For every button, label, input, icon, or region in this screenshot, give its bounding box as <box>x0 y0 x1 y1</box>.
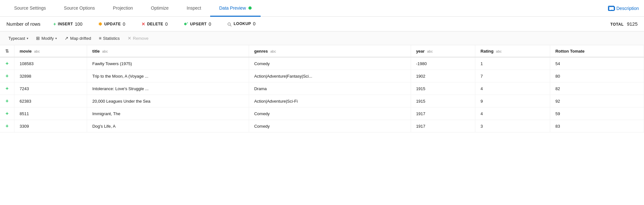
col-title[interactable]: title abc <box>87 45 249 57</box>
col-rating-label: Rating <box>480 49 493 54</box>
col-year-label: year <box>416 49 425 54</box>
cell-genres: Comedy <box>249 57 411 70</box>
row-action-cell[interactable]: + <box>0 120 14 132</box>
insert-stat: + INSERT 100 <box>53 21 83 27</box>
cell-year: 1915 <box>411 95 475 107</box>
col-year[interactable]: year abc <box>411 45 475 57</box>
statistics-icon: ≡ <box>99 36 101 41</box>
cell-title: Fawlty Towers (1975) <box>87 57 249 70</box>
remove-button[interactable]: ✕ Remove <box>124 34 152 42</box>
col-year-type: abc <box>427 49 433 53</box>
cell-rotten: 82 <box>550 82 644 95</box>
lookup-stat: LOOKUP 0 <box>227 21 255 26</box>
col-genres-label: genres <box>254 49 268 54</box>
map-drifted-button[interactable]: ↗ Map drifted <box>61 34 94 42</box>
table-row: + 3309 Dog's Life, A Comedy 1917 3 83 <box>0 120 644 132</box>
svg-point-1 <box>228 23 230 25</box>
col-movie-type: abc <box>34 49 40 53</box>
cell-genres: Comedy <box>249 120 411 132</box>
tab-source-settings[interactable]: Source Settings <box>5 0 55 17</box>
col-movie[interactable]: movie abc <box>14 45 87 57</box>
map-drifted-icon: ↗ <box>65 36 68 41</box>
cell-genres: Action|Adventure|Fantasy|Sci... <box>249 70 411 82</box>
row-action-cell[interactable]: + <box>0 82 14 95</box>
table-header-row: ⇅ movie abc title abc genres abc year ab… <box>0 45 644 57</box>
col-genres[interactable]: genres abc <box>249 45 411 57</box>
rows-label: Number of rows <box>6 21 40 27</box>
cell-rotten: 59 <box>550 107 644 120</box>
cell-year: 1917 <box>411 107 475 120</box>
update-stat: ✱ UPDATE 0 <box>98 21 125 27</box>
cell-rotten: 92 <box>550 95 644 107</box>
lookup-val: 0 <box>253 21 255 26</box>
cell-movie: 8511 <box>14 107 87 120</box>
modify-chevron-icon: ▾ <box>55 37 57 40</box>
row-action-cell[interactable]: + <box>0 95 14 107</box>
update-icon: ✱ <box>98 21 102 27</box>
description-icon <box>608 6 614 11</box>
cell-title: 20,000 Leagues Under the Sea <box>87 95 249 107</box>
stats-row: Number of rows + INSERT 100 ✱ UPDATE 0 ✕… <box>0 17 644 31</box>
cell-rating: 3 <box>475 120 550 132</box>
upsert-val: 0 <box>209 21 211 27</box>
col-title-type: abc <box>102 49 108 53</box>
cell-year: 1902 <box>411 70 475 82</box>
update-val: 0 <box>123 21 125 27</box>
cell-year: -1980 <box>411 57 475 70</box>
col-rating-type: abc <box>496 49 502 53</box>
cell-rating: 1 <box>475 57 550 70</box>
cell-rating: 4 <box>475 82 550 95</box>
update-key: UPDATE <box>104 22 121 26</box>
col-genres-type: abc <box>270 49 276 53</box>
lookup-icon <box>227 21 232 26</box>
cell-genres: Action|Adventure|Sci-Fi <box>249 95 411 107</box>
tab-optimize[interactable]: Optimize <box>142 0 178 17</box>
upsert-icon: ✱+ <box>184 21 188 26</box>
description-button[interactable]: Description <box>608 6 639 11</box>
insert-key: INSERT <box>58 22 73 26</box>
total-val: 9125 <box>627 21 638 27</box>
svg-line-2 <box>230 25 231 26</box>
total-stat: TOTAL 9125 <box>610 21 638 27</box>
row-action-cell[interactable]: + <box>0 107 14 120</box>
col-rating[interactable]: Rating abc <box>475 45 550 57</box>
typecast-button[interactable]: Typecast ▾ <box>5 34 31 42</box>
typecast-chevron-icon: ▾ <box>27 37 28 40</box>
cell-rotten: 54 <box>550 57 644 70</box>
delete-icon: ✕ <box>141 21 145 27</box>
col-movie-label: movie <box>20 49 32 54</box>
upsert-stat: ✱+ UPSERT 0 <box>184 21 211 27</box>
tab-inspect[interactable]: Inspect <box>178 0 210 17</box>
table-row: + 32898 Trip to the Moon, A (Voyage ... … <box>0 70 644 82</box>
cell-rating: 4 <box>475 107 550 120</box>
active-dot <box>248 6 252 10</box>
tab-data-preview[interactable]: Data Preview <box>210 0 261 17</box>
row-action-cell[interactable]: + <box>0 70 14 82</box>
table-row: + 8511 Immigrant, The Comedy 1917 4 59 <box>0 107 644 120</box>
cell-year: 1915 <box>411 82 475 95</box>
col-sort[interactable]: ⇅ <box>0 45 14 57</box>
row-action-cell[interactable]: + <box>0 57 14 70</box>
cell-movie: 108583 <box>14 57 87 70</box>
remove-icon: ✕ <box>128 36 131 41</box>
upsert-key: UPSERT <box>190 22 207 26</box>
modify-icon: ⊞ <box>36 36 40 41</box>
cell-title: Trip to the Moon, A (Voyage ... <box>87 70 249 82</box>
toolbar: Typecast ▾ ⊞ Modify ▾ ↗ Map drifted ≡ St… <box>0 31 644 45</box>
data-table-container: ⇅ movie abc title abc genres abc year ab… <box>0 45 644 132</box>
cell-movie: 62383 <box>14 95 87 107</box>
col-rotten-label: Rotton Tomate <box>555 49 585 54</box>
lookup-key: LOOKUP <box>234 21 251 26</box>
insert-val: 100 <box>75 21 82 27</box>
tab-source-options[interactable]: Source Options <box>55 0 104 17</box>
cell-year: 1917 <box>411 120 475 132</box>
total-key: TOTAL <box>610 22 623 27</box>
modify-button[interactable]: ⊞ Modify ▾ <box>33 34 60 42</box>
statistics-button[interactable]: ≡ Statistics <box>95 34 123 42</box>
col-rotten[interactable]: Rotton Tomate <box>550 45 644 57</box>
cell-movie: 32898 <box>14 70 87 82</box>
tab-projection[interactable]: Projection <box>104 0 142 17</box>
cell-title: Dog's Life, A <box>87 120 249 132</box>
cell-rating: 9 <box>475 95 550 107</box>
cell-title: Immigrant, The <box>87 107 249 120</box>
